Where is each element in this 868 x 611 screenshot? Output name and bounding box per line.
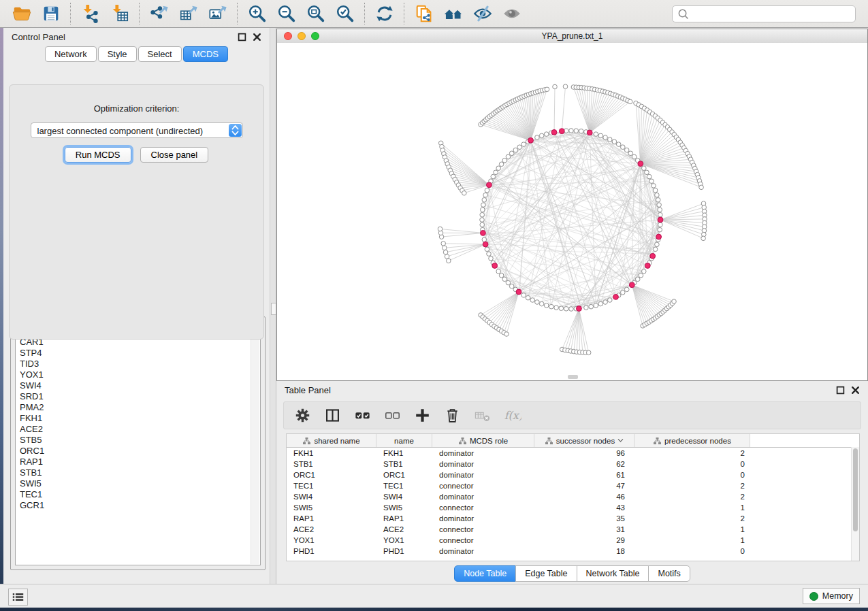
tab-edge-table[interactable]: Edge Table: [515, 565, 577, 582]
splitter-handle[interactable]: [271, 303, 276, 315]
maximize-window-icon[interactable]: [311, 32, 319, 40]
deselect-all-icon[interactable]: [383, 406, 402, 425]
save-session-icon[interactable]: [40, 3, 61, 24]
column-header-name[interactable]: name: [376, 434, 432, 447]
table-cell: FKH1: [287, 449, 376, 457]
copy-network-icon[interactable]: [413, 3, 434, 24]
hide-selected-icon[interactable]: [472, 3, 493, 24]
show-all-icon[interactable]: [501, 3, 522, 24]
table-scrollbar-thumb[interactable]: [853, 448, 858, 531]
search-input[interactable]: [692, 9, 850, 20]
mcds-node-item[interactable]: SWI4: [20, 380, 260, 391]
table-cell: 0: [634, 547, 750, 555]
table-cell: dominator: [432, 449, 534, 457]
select-stepper-icon[interactable]: [229, 124, 242, 137]
delete-columns-icon[interactable]: [443, 406, 462, 425]
zoom-out-icon[interactable]: [276, 3, 297, 24]
run-mcds-button[interactable]: Run MCDS: [65, 147, 131, 163]
mcds-node-item[interactable]: GCR1: [20, 500, 260, 511]
column-header-predecessor-nodes[interactable]: predecessor nodes: [634, 434, 750, 447]
criterion-select[interactable]: largest connected component (undirected): [31, 122, 243, 138]
result-scrollbar[interactable]: [251, 325, 259, 564]
close-table-panel-icon[interactable]: [851, 386, 860, 395]
minimize-window-icon[interactable]: [298, 32, 306, 40]
tab-node-table[interactable]: Node Table: [454, 565, 516, 582]
close-panel-icon[interactable]: [253, 33, 261, 42]
toolbar-separator: [237, 3, 238, 24]
mcds-node-item[interactable]: SWI5: [20, 478, 260, 489]
network-hscroll-thumb[interactable]: [568, 375, 578, 379]
first-neighbors-icon[interactable]: [443, 3, 464, 24]
table-options-icon[interactable]: [293, 406, 312, 425]
mcds-node-item[interactable]: STB1: [20, 467, 260, 478]
table-row[interactable]: STB1STB1dominator620: [287, 459, 859, 469]
table-row[interactable]: ACE2ACE2connector311: [287, 524, 859, 535]
table-row[interactable]: ORC1ORC1dominator610: [287, 469, 859, 480]
table-cell: SWI4: [376, 493, 432, 501]
import-network-icon[interactable]: [80, 3, 101, 24]
column-header-shared-name[interactable]: shared name: [287, 434, 376, 447]
search-box[interactable]: [672, 5, 856, 22]
mcds-result-list[interactable]: PHD1CAR1STP4TID3YOX1SWI4SRD1PMA2FKH1ACE2…: [15, 323, 261, 565]
node-table[interactable]: shared namenameMCDS rolesuccessor nodesp…: [286, 433, 860, 561]
mcds-node-item[interactable]: STP4: [20, 348, 260, 359]
network-window-titlebar[interactable]: YPA_prune.txt_1: [277, 29, 867, 44]
table-row[interactable]: SWI4SWI4dominator462: [287, 491, 859, 502]
mcds-node-item[interactable]: TEC1: [20, 489, 260, 500]
tab-network[interactable]: Network: [45, 46, 97, 62]
mcds-node-item[interactable]: RAP1: [20, 457, 260, 467]
memory-status-icon: [809, 592, 818, 601]
refresh-layout-icon[interactable]: [374, 3, 395, 24]
import-table-icon[interactable]: [109, 3, 130, 24]
panel-splitter[interactable]: [270, 28, 276, 584]
table-row[interactable]: YOX1YOX1connector291: [287, 535, 859, 546]
create-column-icon[interactable]: [413, 406, 432, 425]
memory-button[interactable]: Memory: [803, 588, 860, 604]
table-cell: SWI4: [287, 493, 376, 501]
zoom-fit-icon[interactable]: [305, 3, 326, 24]
network-graph[interactable]: [277, 43, 867, 380]
export-image-icon[interactable]: [207, 3, 228, 24]
table-row[interactable]: TEC1TEC1connector472: [287, 480, 859, 491]
main-toolbar: [0, 0, 868, 28]
table-cell: 2: [634, 493, 750, 501]
table-scrollbar[interactable]: [851, 447, 859, 561]
mcds-node-item[interactable]: ACE2: [20, 424, 260, 435]
column-header-successor-nodes[interactable]: successor nodes: [534, 434, 634, 447]
table-row[interactable]: FKH1FKH1dominator962: [287, 448, 859, 459]
zoom-in-icon[interactable]: [246, 3, 268, 24]
float-table-panel-icon[interactable]: [836, 386, 845, 395]
mcds-node-item[interactable]: ORC1: [20, 446, 260, 457]
zoom-selected-icon[interactable]: [334, 3, 355, 24]
close-window-icon[interactable]: [284, 32, 292, 40]
mcds-node-item[interactable]: STB5: [20, 435, 260, 446]
tab-select[interactable]: Select: [138, 46, 182, 62]
column-header-MCDS-role[interactable]: MCDS role: [432, 434, 534, 447]
mcds-node-item[interactable]: SRD1: [20, 391, 260, 402]
function-builder-icon: f(x): [503, 406, 521, 425]
table-row[interactable]: SWI5SWI5connector431: [287, 502, 859, 513]
export-network-icon[interactable]: [148, 3, 170, 24]
table-cell: dominator: [432, 493, 534, 501]
table-row[interactable]: RAP1RAP1dominator352: [287, 513, 859, 524]
tab-mcds[interactable]: MCDS: [183, 46, 228, 62]
show-columns-icon[interactable]: [323, 406, 342, 425]
network-canvas[interactable]: [277, 43, 867, 380]
table-row[interactable]: PHD1PHD1dominator180: [287, 546, 859, 557]
float-panel-icon[interactable]: [238, 33, 246, 42]
tab-motifs[interactable]: Motifs: [648, 565, 690, 582]
panel-toggle-button[interactable]: [8, 589, 28, 606]
mcds-node-item[interactable]: FKH1: [20, 413, 260, 424]
close-panel-button[interactable]: Close panel: [140, 147, 209, 163]
select-all-icon[interactable]: [353, 406, 372, 425]
table-cell: connector: [432, 536, 534, 544]
tab-network-table[interactable]: Network Table: [577, 565, 649, 582]
tab-style[interactable]: Style: [98, 46, 137, 62]
export-table-icon[interactable]: [178, 3, 199, 24]
open-session-icon[interactable]: [11, 3, 32, 24]
mcds-node-item[interactable]: PMA2: [20, 402, 260, 413]
table-cell: 2: [634, 514, 750, 523]
mcds-node-item[interactable]: YOX1: [20, 369, 260, 380]
table-cell: PHD1: [376, 547, 432, 555]
mcds-node-item[interactable]: TID3: [20, 359, 260, 369]
